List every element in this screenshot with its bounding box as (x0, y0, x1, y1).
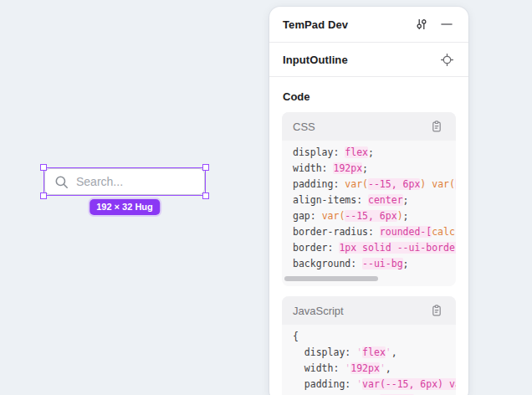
adjust-sliders-icon[interactable] (413, 16, 430, 33)
selection-size-badge: 192 × 32 Hug (90, 199, 160, 215)
component-row: InputOutline (269, 43, 468, 77)
css-code-header: CSS (282, 112, 456, 141)
javascript-code-block: JavaScript { display: 'flex', width: '19… (282, 296, 456, 395)
copy-clipboard-icon[interactable] (428, 302, 445, 319)
javascript-code-body[interactable]: { display: 'flex', width: '192px', paddi… (282, 325, 456, 395)
code-section-title: Code (269, 77, 468, 112)
javascript-code-header: JavaScript (282, 296, 456, 325)
css-code-block: CSS display: flex;width: 192px;padding: … (282, 112, 456, 286)
panel-title: TemPad Dev (283, 18, 413, 31)
javascript-code-label: JavaScript (293, 305, 428, 317)
magnifier-icon (54, 175, 69, 189)
locate-target-icon[interactable] (438, 51, 455, 68)
panel-header: TemPad Dev (269, 7, 468, 43)
tempad-dev-plugin-panel: TemPad Dev InputOutline (269, 7, 468, 395)
css-code-label: CSS (293, 121, 428, 133)
selection-handle-top-right[interactable] (202, 164, 209, 171)
css-code-body[interactable]: display: flex;width: 192px;padding: var(… (282, 141, 456, 274)
copy-clipboard-icon[interactable] (428, 118, 445, 135)
selected-element-wrapper: Search... 192 × 32 Hug (44, 168, 205, 195)
search-placeholder-text: Search... (76, 175, 123, 188)
minimize-icon[interactable] (438, 16, 455, 33)
selection-handle-bottom-right[interactable] (202, 192, 209, 199)
horizontal-scrollbar-thumb[interactable] (284, 276, 378, 281)
search-input[interactable]: Search... (44, 168, 205, 195)
selection-handle-top-left[interactable] (40, 164, 47, 171)
selection-handle-bottom-left[interactable] (40, 192, 47, 199)
component-name: InputOutline (283, 54, 438, 66)
